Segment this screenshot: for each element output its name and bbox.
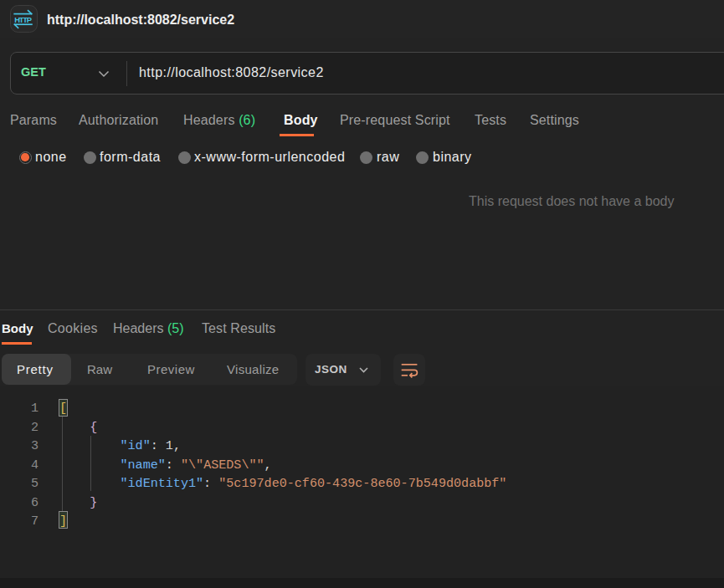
svg-text:HTTP: HTTP — [14, 15, 32, 24]
